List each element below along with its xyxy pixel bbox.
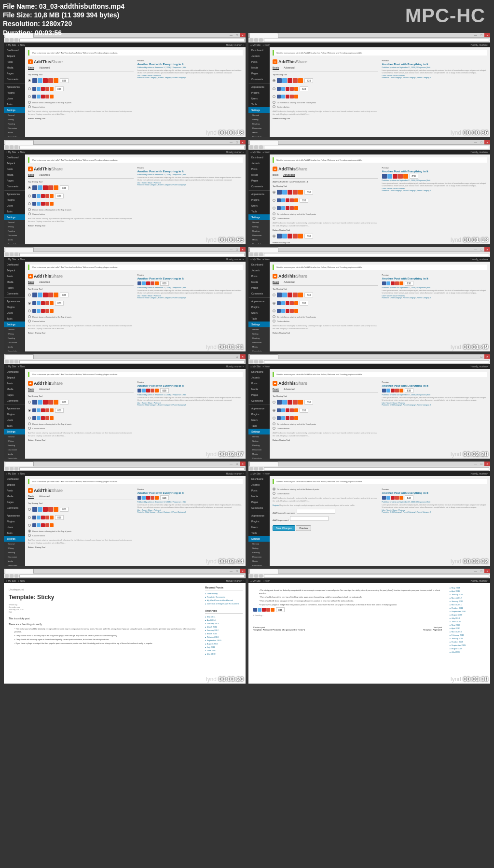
sidebar-item[interactable]: Users [4, 203, 25, 209]
googleplus-icon[interactable] [290, 206, 294, 210]
sidebar-subitem[interactable]: Permalinks [248, 456, 270, 459]
sidebar-item[interactable]: Comments [248, 398, 270, 404]
twitter-icon[interactable] [37, 202, 41, 206]
archive-link[interactable]: October 2009 [450, 640, 487, 644]
sidebar-item[interactable]: Plugins [248, 518, 270, 524]
sidebar-item[interactable]: Appearance [248, 512, 270, 518]
wp-admin-bar[interactable]: ⌂ My Site + NewHowdy, morten ▪ [4, 150, 246, 154]
browser-tabs[interactable]: —□× [248, 247, 490, 252]
sidebar-subitem[interactable]: Discussion [4, 448, 25, 452]
googleplus-icon[interactable] [48, 400, 53, 405]
facebook-icon[interactable] [277, 87, 281, 91]
radio-hide[interactable]: Do not show a sharing tool at the Top of… [28, 422, 134, 425]
sidebar-subitem[interactable]: Permalinks [248, 242, 270, 244]
radio-hide[interactable]: Do not show a sharing tool at the Top of… [273, 101, 378, 104]
radio-style-3[interactable] [273, 308, 378, 314]
window-controls[interactable]: —□× [228, 569, 246, 573]
sidebar-item[interactable]: Dashboard [4, 47, 25, 53]
radio-style-1[interactable]: 838 [273, 189, 378, 196]
radio-style-3[interactable] [273, 415, 378, 421]
address-bar[interactable] [248, 252, 490, 257]
pinterest-icon[interactable] [146, 281, 150, 285]
radio-style-1[interactable]: 838 [273, 77, 378, 84]
addthis-more-icon[interactable] [155, 389, 159, 392]
sidebar-subitem[interactable]: Reading [248, 550, 270, 555]
browser-tabs[interactable]: —□× [248, 140, 490, 145]
sidebar-subitem[interactable]: Media [248, 238, 270, 242]
googleplus-icon[interactable] [266, 608, 270, 612]
twitter-icon[interactable] [38, 293, 42, 297]
sidebar-item[interactable]: Jetpack [248, 482, 270, 488]
twitter-icon[interactable] [38, 507, 42, 512]
sidebar-item[interactable]: Comments [4, 398, 25, 404]
facebook-icon[interactable] [32, 309, 36, 313]
sidebar-subitem[interactable]: Writing [4, 224, 25, 229]
recent-post-link[interactable]: Tiled Gallery [205, 592, 243, 595]
pinterest-icon[interactable] [286, 301, 289, 305]
archive-link[interactable]: March 2010 [450, 630, 487, 633]
browser-tabs[interactable]: —□× [4, 569, 246, 574]
sidebar-item[interactable]: Posts [4, 380, 25, 386]
radio-style-1[interactable]: 838 [28, 77, 134, 84]
sidebar-item[interactable]: Pages [248, 70, 270, 76]
googleplus-icon[interactable] [151, 389, 154, 392]
archive-link[interactable]: September 2009 [450, 644, 487, 647]
settings-tabs[interactable]: BasicAdvanced [28, 495, 134, 500]
radio-style-2[interactable]: 838 [28, 193, 134, 199]
sidebar-item[interactable]: Users [248, 524, 270, 530]
facebook-icon[interactable] [32, 523, 36, 527]
addthis-more-icon[interactable] [294, 408, 298, 412]
addthis-more-icon[interactable] [298, 400, 303, 405]
facebook-icon[interactable] [277, 416, 281, 420]
sidebar-item[interactable]: Tools [248, 530, 270, 536]
facebook-icon[interactable] [277, 190, 282, 195]
settings-tabs[interactable]: BasicAdvanced [28, 66, 134, 71]
addthis-more-icon[interactable] [298, 293, 303, 297]
pinterest-icon[interactable] [288, 78, 292, 83]
facebook-icon[interactable] [382, 389, 386, 392]
pinterest-icon[interactable] [41, 202, 45, 206]
pinterest-icon[interactable] [146, 496, 150, 500]
facebook-icon[interactable] [277, 301, 281, 305]
twitter-icon[interactable] [142, 281, 146, 285]
wp-admin-bar[interactable]: ⌂ My Site + NewHowdy, morten ▪ [248, 471, 490, 476]
sidebar-subitem[interactable]: Media [248, 559, 270, 563]
archive-link[interactable]: February 2010 [450, 633, 487, 637]
facebook-icon[interactable] [253, 608, 257, 612]
sidebar-item[interactable]: Appearance [248, 83, 270, 90]
googleplus-icon[interactable] [45, 416, 49, 420]
browser-tabs[interactable]: —□× [248, 462, 490, 466]
window-controls[interactable]: —□× [473, 569, 490, 573]
facebook-icon[interactable] [277, 309, 281, 313]
settings-tabs[interactable]: BasicAdvanced [28, 388, 134, 393]
twitter-icon[interactable] [37, 309, 41, 313]
sidebar-subitem[interactable]: Discussion [4, 340, 25, 345]
sidebar-item[interactable]: Jetpack [4, 375, 25, 380]
settings-tabs[interactable]: BasicAdvanced [273, 173, 378, 179]
window-controls[interactable]: —□× [228, 462, 246, 466]
googleplus-icon[interactable] [290, 198, 294, 202]
twitter-icon[interactable] [281, 309, 285, 313]
radio-custom[interactable]: Custom button [28, 320, 134, 322]
googleplus-icon[interactable] [151, 496, 154, 500]
sidebar-subitem[interactable]: Discussion [248, 233, 270, 238]
settings-tabs[interactable]: BasicAdvanced [28, 173, 134, 179]
pinterest-icon[interactable] [288, 190, 292, 195]
sidebar-subitem[interactable]: General [4, 220, 25, 224]
preview-button[interactable]: Preview [296, 525, 311, 531]
archive-link[interactable]: March 2011 [450, 603, 487, 606]
sidebar-subitem[interactable]: Permalinks [4, 135, 25, 137]
twitter-icon[interactable] [37, 194, 41, 198]
sidebar-subitem[interactable]: Writing [4, 117, 25, 122]
radio-custom[interactable]: Custom button [273, 105, 378, 108]
googleplus-icon[interactable] [45, 309, 49, 313]
googleplus-icon[interactable] [293, 190, 298, 195]
facebook-icon[interactable] [382, 174, 387, 179]
sidebar-item[interactable]: Tools [4, 530, 25, 536]
sidebar-item[interactable]: Media [248, 65, 270, 70]
twitter-icon[interactable] [386, 281, 390, 285]
sidebar-subitem[interactable]: Writing [248, 332, 270, 336]
twitter-icon[interactable] [142, 389, 146, 392]
address-bar[interactable] [4, 252, 246, 257]
sidebar-item[interactable]: Dashboard [4, 262, 25, 267]
